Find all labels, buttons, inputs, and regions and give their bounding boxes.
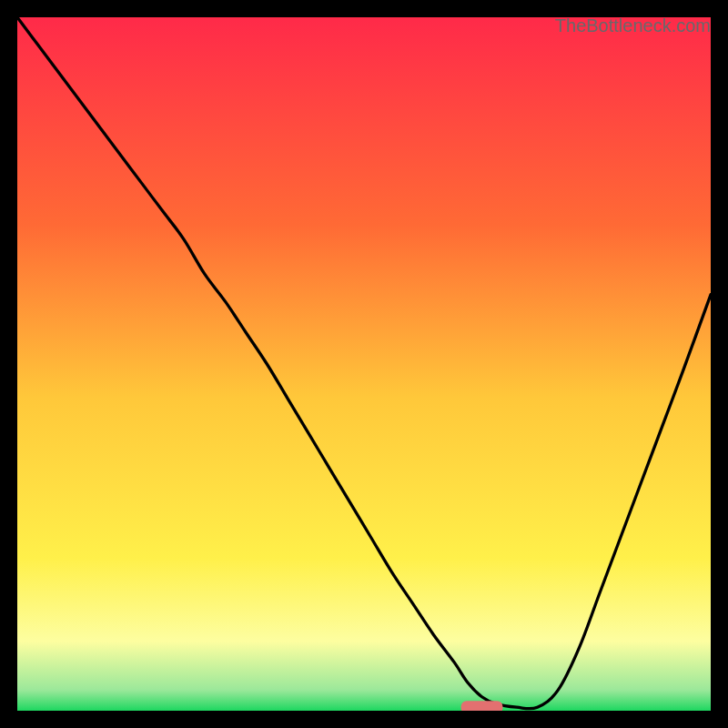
chart-svg bbox=[17, 17, 711, 711]
plot-area: TheBottleneck.com bbox=[17, 17, 711, 711]
gradient-background bbox=[17, 17, 711, 711]
optimum-marker bbox=[461, 701, 503, 711]
watermark-text: TheBottleneck.com bbox=[555, 15, 711, 36]
chart-frame: TheBottleneck.com bbox=[0, 0, 728, 728]
